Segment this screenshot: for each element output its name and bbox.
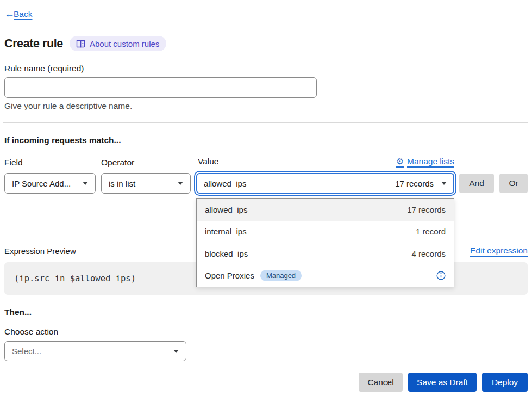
dropdown-item-internal-ips[interactable]: internal_ips 1 record bbox=[197, 221, 454, 243]
manage-lists-link[interactable]: ⚙ Manage lists bbox=[396, 157, 454, 166]
badge-label: About custom rules bbox=[90, 39, 159, 48]
dropdown-item-blocked-ips[interactable]: blocked_ips 4 records bbox=[197, 243, 454, 265]
expression-code: (ip.src in $allowed_ips) bbox=[14, 274, 136, 283]
value-label: Value bbox=[198, 157, 219, 166]
back-link[interactable]: ←Back bbox=[4, 9, 32, 19]
and-button[interactable]: And bbox=[459, 174, 494, 193]
list-name: Open Proxies bbox=[205, 271, 254, 280]
gear-icon: ⚙ bbox=[396, 157, 404, 166]
manage-lists-label: Manage lists bbox=[407, 157, 454, 166]
about-custom-rules-badge[interactable]: About custom rules bbox=[70, 36, 166, 51]
list-records: 1 record bbox=[416, 227, 446, 236]
match-heading: If incoming requests match... bbox=[4, 135, 121, 145]
field-select-value: IP Source Add... bbox=[12, 179, 71, 188]
back-link-label: Back bbox=[14, 9, 32, 19]
or-button[interactable]: Or bbox=[499, 174, 528, 193]
chevron-down-icon bbox=[178, 182, 183, 185]
list-name: allowed_ips bbox=[205, 205, 247, 214]
page-title: Create rule bbox=[4, 37, 63, 51]
dropdown-item-open-proxies[interactable]: Open Proxies Managed bbox=[197, 265, 454, 287]
rule-name-label: Rule name (required) bbox=[4, 64, 84, 73]
value-select-value: allowed_ips bbox=[204, 179, 246, 188]
save-as-draft-button[interactable]: Save as Draft bbox=[408, 373, 477, 392]
list-records: 17 records bbox=[407, 205, 446, 214]
cancel-button[interactable]: Cancel bbox=[359, 373, 403, 392]
book-icon bbox=[76, 40, 85, 48]
field-select[interactable]: IP Source Add... bbox=[4, 173, 96, 194]
footer-actions: Cancel Save as Draft Deploy bbox=[359, 373, 528, 392]
field-label: Field bbox=[4, 158, 23, 168]
action-select-placeholder: Select... bbox=[12, 347, 41, 356]
operator-label: Operator bbox=[101, 158, 134, 168]
value-select[interactable]: allowed_ips 17 records bbox=[196, 173, 454, 194]
list-name: blocked_ips bbox=[205, 249, 248, 258]
value-header-row: Value ⚙ Manage lists bbox=[196, 157, 454, 166]
then-heading: Then... bbox=[4, 307, 32, 317]
chevron-down-icon bbox=[441, 182, 447, 185]
choose-action-label: Choose action bbox=[4, 327, 58, 337]
chevron-down-icon bbox=[83, 182, 88, 185]
expression-preview-label: Expression Preview bbox=[4, 246, 76, 256]
action-select[interactable]: Select... bbox=[4, 341, 186, 361]
deploy-button[interactable]: Deploy bbox=[482, 373, 528, 392]
chevron-down-icon bbox=[173, 350, 179, 353]
create-rule-page: ←Back Create rule About custom rules Rul… bbox=[0, 0, 532, 402]
title-row: Create rule About custom rules bbox=[4, 36, 166, 51]
list-records: 4 records bbox=[411, 249, 446, 258]
operator-select-value: is in list bbox=[109, 179, 135, 188]
managed-badge: Managed bbox=[260, 270, 302, 281]
section-divider bbox=[3, 122, 528, 123]
rule-name-input[interactable] bbox=[4, 77, 317, 98]
value-dropdown-panel: allowed_ips 17 records internal_ips 1 re… bbox=[196, 198, 454, 287]
list-name: internal_ips bbox=[205, 227, 247, 236]
info-icon[interactable] bbox=[436, 271, 446, 280]
rule-name-helper: Give your rule a descriptive name. bbox=[4, 101, 132, 111]
operator-select[interactable]: is in list bbox=[101, 173, 191, 194]
open-proxies-left: Open Proxies Managed bbox=[205, 270, 302, 281]
dropdown-item-allowed-ips[interactable]: allowed_ips 17 records bbox=[197, 199, 454, 221]
value-select-records: 17 records bbox=[395, 179, 434, 188]
edit-expression-link[interactable]: Edit expression bbox=[470, 246, 528, 256]
